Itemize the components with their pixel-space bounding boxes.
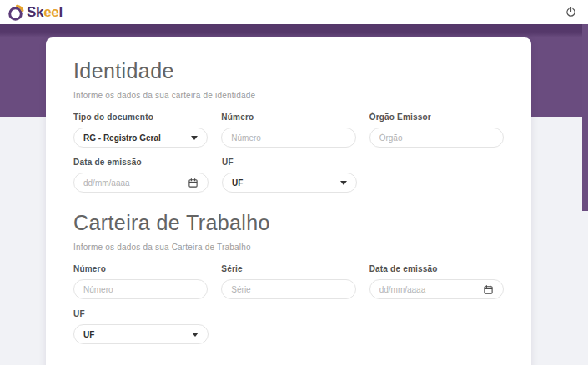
carteira-serie-input[interactable] [231,285,345,294]
power-icon [565,7,576,18]
field-label: Data de emissão [73,158,209,167]
skeel-logo: Skeel [7,2,63,22]
select-value: UF [232,178,243,188]
field-label: Série [221,264,355,273]
carteira-row-1: Número Série Data de emissão [73,264,504,299]
section-title-identidade: Identidade [73,59,504,83]
carteira-uf-select[interactable]: UF [73,324,209,344]
carteira-numero-input[interactable] [83,285,198,294]
top-bar: Skeel [0,0,588,24]
form-card: Identidade Informe os dados da sua carte… [46,38,531,365]
carteira-serie-control [221,279,355,299]
identidade-data-emissao-control [73,172,209,192]
chevron-down-icon [191,136,198,140]
scrollbar-track [582,24,588,365]
section-subtitle-identidade: Informe os dados da sua carteira de iden… [73,91,504,100]
field-label: Tipo do documento [73,112,208,122]
field-identidade-data-emissao: Data de emissão [73,158,209,192]
field-label: UF [222,158,357,167]
identidade-numero-control [221,128,355,148]
chevron-down-icon [340,181,347,185]
field-carteira-numero: Número [73,264,208,299]
logout-button[interactable] [561,3,580,22]
calendar-icon[interactable] [483,284,494,295]
field-label: Número [73,264,208,273]
field-carteira-data-emissao: Data de emissão [369,264,504,299]
identidade-row-2: Data de emissão UF UF [73,158,504,192]
identidade-row-1: Tipo do documento RG - Registro Geral Nú… [73,112,504,148]
section-subtitle-carteira: Informe os dados da sua Carteira de Trab… [73,242,504,252]
field-label: Data de emissão [369,264,504,273]
section-title-carteira: Carteira de Trabalho [73,211,504,235]
field-label: Número [221,112,355,122]
orgao-emissor-input[interactable] [379,133,494,142]
chevron-down-icon [192,332,199,337]
skeel-ring-icon [7,2,25,22]
logo-text: Skeel [27,5,63,19]
tipo-documento-select[interactable]: RG - Registro Geral [73,128,208,148]
field-tipo-documento: Tipo do documento RG - Registro Geral [73,112,208,148]
identidade-data-emissao-input[interactable] [83,178,183,188]
scrollbar-thumb[interactable] [582,24,588,211]
field-label: UF [73,309,209,318]
field-label: Órgão Emissor [369,112,504,122]
select-value: UF [83,330,94,339]
carteira-data-emissao-input[interactable] [379,285,478,294]
identidade-numero-input[interactable] [231,133,345,142]
identidade-uf-select[interactable]: UF [222,172,357,192]
field-identidade-numero: Número [221,112,355,148]
field-carteira-uf: UF UF [73,309,209,344]
carteira-numero-control [73,279,208,299]
calendar-icon[interactable] [188,178,199,188]
carteira-data-emissao-control [369,279,504,299]
field-carteira-serie: Série [221,264,355,299]
orgao-emissor-control [369,128,504,148]
field-identidade-uf: UF UF [222,158,357,192]
select-value: RG - Registro Geral [83,133,161,142]
field-orgao-emissor: Órgão Emissor [369,112,504,148]
carteira-row-2: UF UF [73,309,504,344]
